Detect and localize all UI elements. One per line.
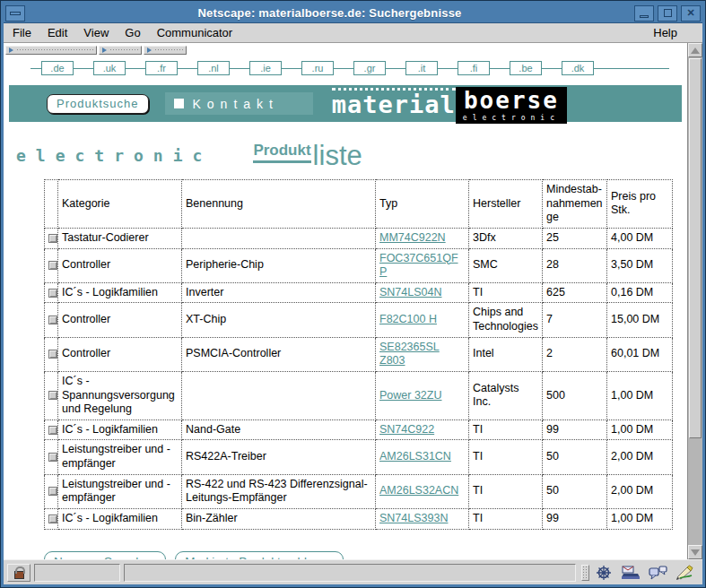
cell-kategorie: Controller (58, 248, 182, 282)
typ-link[interactable]: AM26LS31CN (379, 450, 451, 463)
row-checkbox[interactable] (48, 391, 57, 400)
collapsed-toolbars (4, 45, 687, 55)
menu-item[interactable]: File (13, 26, 31, 39)
row-checkbox[interactable] (48, 487, 57, 496)
collapsed-personal-toolbar[interactable] (144, 46, 187, 55)
table-row: IC´s - Logikfamilien Bin-Zähler SN74LS39… (45, 508, 673, 529)
security-indicator[interactable] (7, 564, 31, 582)
scroll-down-button[interactable] (688, 545, 702, 559)
typ-link[interactable]: SN74C922 (379, 423, 434, 436)
neue-suche-button[interactable]: Neue Suche (44, 551, 166, 560)
cell-hersteller: TI (469, 474, 543, 508)
domain-tab[interactable]: .ie (249, 61, 282, 75)
table-row: IC´s - Logikfamilien Inverter SN74LS04N … (45, 282, 673, 303)
cell-benennung (182, 228, 376, 248)
navigator-button[interactable] (591, 563, 616, 583)
expand-arrow-icon (9, 48, 13, 53)
row-checkbox[interactable] (48, 316, 57, 324)
cell-preis: 1,00 DM (607, 508, 673, 529)
browser-viewport: .de.uk.fr.nl.ie.ru.gr.it.fi.be.dk Produk… (4, 43, 687, 559)
padlock-icon (14, 571, 24, 579)
typ-link[interactable]: SN74LS393N (379, 512, 448, 524)
checkbox-column-header (45, 180, 58, 229)
cell-benennung: Nand-Gate (182, 419, 376, 440)
typ-link[interactable]: SN74LS04N (379, 286, 442, 298)
minimize-button[interactable] (634, 5, 654, 22)
window-title: Netscape: materialboerse.de: Suchergebni… (27, 6, 632, 20)
typ-link[interactable]: Power 32ZU (379, 389, 441, 402)
cell-menge: 25 (543, 228, 607, 248)
scrollbar-thumb[interactable] (689, 58, 702, 438)
typ-link[interactable]: F82C100 H (379, 313, 437, 325)
domain-tab[interactable]: .nl (197, 61, 230, 75)
collapsed-navigation-toolbar[interactable] (5, 46, 97, 55)
page-title-produkt: Produkt (253, 142, 310, 163)
cell-preis: 2,00 DM (607, 474, 673, 508)
domain-tab[interactable]: .fr (145, 61, 178, 75)
produktsuche-button[interactable]: Produktsuche (47, 94, 149, 114)
column-header: Mindestab- nahmemenge (543, 180, 607, 229)
cell-preis: 15,00 DM (607, 303, 673, 337)
menu-item[interactable]: Go (125, 26, 140, 39)
domain-tab[interactable]: .dk (562, 61, 594, 75)
window-menu-button[interactable] (5, 5, 25, 22)
maximize-button[interactable] (658, 5, 677, 22)
cell-menge: 500 (543, 371, 607, 419)
domain-tab[interactable]: .it (405, 61, 438, 75)
window-menu-icon (10, 12, 21, 15)
domain-tab[interactable]: .de (41, 61, 74, 75)
results-table: KategorieBenennungTypHerstellerMindestab… (44, 179, 673, 530)
cell-benennung: RS422A-Treiber (182, 440, 376, 474)
domain-tab[interactable]: .fi (458, 61, 490, 75)
logo-material-text: material (332, 88, 456, 117)
scroll-up-button[interactable] (688, 43, 702, 57)
composer-button[interactable] (672, 563, 697, 583)
vertical-scrollbar[interactable] (687, 43, 702, 559)
column-header: Benennung (182, 180, 376, 229)
cell-hersteller: 3Dfx (469, 228, 543, 248)
cell-hersteller: SMC (469, 248, 543, 282)
statusbar (4, 559, 702, 584)
menu-item[interactable]: Communicator (157, 26, 233, 39)
cell-menge: 7 (543, 303, 607, 337)
domain-tab[interactable]: .ru (301, 61, 334, 75)
domain-tab[interactable]: .gr (353, 61, 386, 75)
cell-benennung: Bin-Zähler (182, 508, 376, 529)
markierte-produkte-ablegen-button[interactable]: Markierte Produkte ablegen (175, 551, 344, 560)
menu-item[interactable]: View (83, 26, 109, 39)
menu-item[interactable]: Edit (48, 26, 67, 39)
component-bar (580, 563, 699, 583)
row-checkbox[interactable] (48, 261, 57, 270)
typ-link[interactable]: MM74C922N (379, 231, 446, 244)
page-heading-row: electronic Produkt liste (16, 138, 687, 169)
cell-hersteller: TI (469, 508, 543, 529)
menu-item-help[interactable]: Help (653, 26, 677, 39)
typ-link[interactable]: AM26LS32ACN (379, 484, 458, 497)
expand-arrow-icon (102, 48, 107, 53)
mailbox-button[interactable] (618, 563, 643, 583)
actions-row: Neue Suche Markierte Produkte ablegen (44, 551, 687, 560)
cell-menge: 99 (543, 419, 607, 440)
row-checkbox[interactable] (48, 514, 57, 523)
status-progress-panel (34, 564, 120, 582)
row-checkbox[interactable] (48, 350, 57, 359)
domain-tab[interactable]: .be (510, 61, 542, 75)
kontakt-link[interactable]: Kontakt (165, 92, 313, 115)
typ-link[interactable]: FOC37C651QFP (379, 252, 458, 279)
cell-menge: 50 (543, 474, 607, 508)
column-header: Preis pro Stk. (607, 180, 673, 229)
discussions-button[interactable] (645, 563, 670, 583)
row-checkbox[interactable] (48, 234, 57, 243)
domain-tab[interactable]: .uk (93, 61, 126, 75)
typ-link[interactable]: SE82365SL Z803 (379, 341, 440, 368)
scrollbar-track[interactable] (688, 57, 702, 545)
cell-menge: 50 (543, 440, 607, 474)
arrow-up-icon (691, 48, 700, 54)
close-button[interactable]: ✕ (681, 5, 701, 22)
collapsed-location-toolbar[interactable] (99, 46, 142, 55)
row-checkbox[interactable] (48, 426, 57, 435)
component-bar-grip[interactable] (581, 565, 589, 581)
table-row: IC´s - Logikfamilien Nand-Gate SN74C922 … (45, 419, 673, 440)
row-checkbox[interactable] (48, 289, 57, 298)
row-checkbox[interactable] (48, 453, 57, 462)
